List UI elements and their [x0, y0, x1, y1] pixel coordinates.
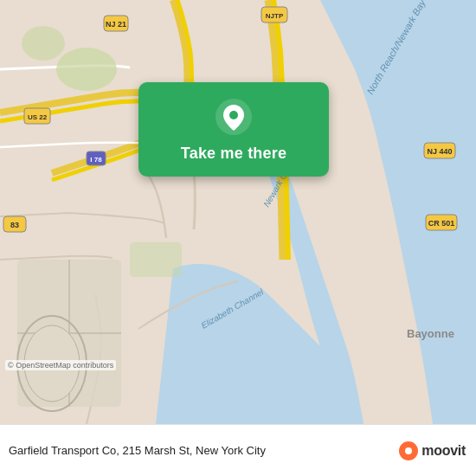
svg-point-6 [56, 48, 117, 91]
moovit-brand-text: moovit [421, 443, 466, 459]
svg-point-30 [229, 111, 238, 119]
map-container: NJ 21 US 22 I 78 NJTP NJTP NJ 440 CR 501… [0, 0, 476, 424]
svg-text:I 78: I 78 [90, 156, 102, 164]
moovit-logo: moovit [399, 441, 466, 460]
map-attribution: © OpenStreetMap contributors [5, 360, 116, 370]
take-me-there-button[interactable]: Take me there [181, 145, 286, 163]
svg-text:US 22: US 22 [28, 113, 48, 121]
svg-text:NJ 21: NJ 21 [106, 20, 126, 29]
svg-text:CR 501: CR 501 [428, 219, 455, 228]
moovit-dot-icon [399, 441, 418, 460]
bottom-bar: Garfield Transport Co, 215 Marsh St, New… [0, 424, 476, 476]
moovit-dot-inner [405, 447, 412, 454]
popup-card[interactable]: Take me there [138, 82, 329, 177]
svg-point-7 [22, 26, 65, 61]
location-pin-icon [215, 98, 253, 136]
svg-text:Bayonne: Bayonne [407, 327, 454, 340]
svg-rect-8 [130, 242, 182, 277]
svg-text:83: 83 [10, 221, 19, 229]
svg-text:NJTP: NJTP [266, 12, 284, 20]
location-label: Garfield Transport Co, 215 Marsh St, New… [9, 444, 399, 457]
svg-text:NJ 440: NJ 440 [427, 147, 452, 156]
